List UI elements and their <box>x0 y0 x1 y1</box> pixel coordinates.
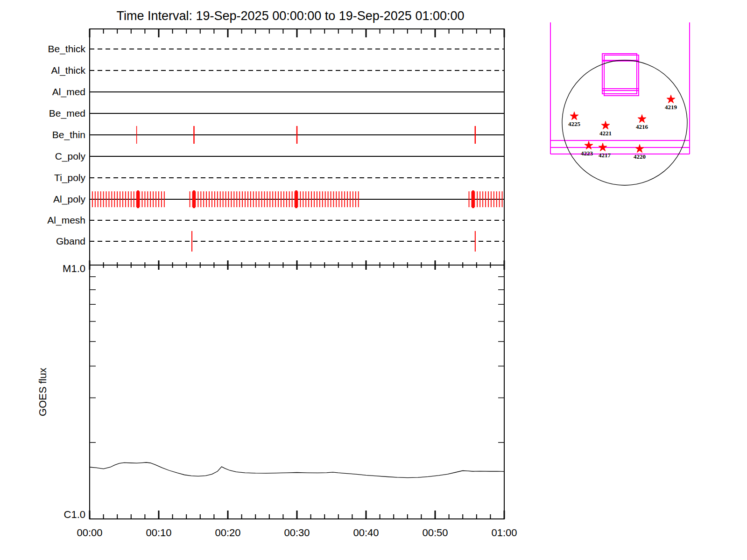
time-label-00-50: 00:50 <box>422 527 448 539</box>
goes-flux-curve <box>90 462 504 478</box>
plot-svg: Time Interval: 19-Sep-2025 00:00:00 to 1… <box>0 0 747 560</box>
ar-label-4220: 4220 <box>634 153 646 160</box>
sun-fov-map: 4225422142164219422342174220 <box>550 22 690 185</box>
goes-panel-border <box>90 265 504 519</box>
timeline-row-lines <box>90 49 504 241</box>
time-label-00-30: 00:30 <box>284 527 310 539</box>
row-label-al_med: Al_med <box>52 86 85 98</box>
ar-star-4223 <box>585 141 593 149</box>
goes-ymax-label: M1.0 <box>63 263 85 274</box>
timeline-panel-border <box>90 29 504 265</box>
time-label-00-20: 00:20 <box>215 527 240 539</box>
ar-label-4221: 4221 <box>599 130 612 137</box>
timeline-row-labels: Be_thickAl_thickAl_medBe_medBe_thinC_pol… <box>47 43 85 246</box>
goes-panel: M1.0 C1.0 GOES flux 00:0000:1000:2000:30… <box>37 263 517 539</box>
timeline-xticks <box>90 29 504 270</box>
row-label-be_thick: Be_thick <box>48 43 85 55</box>
row-label-ti_poly: Ti_poly <box>54 172 85 183</box>
ar-star-4216 <box>638 115 646 123</box>
row-label-al_poly: Al_poly <box>53 194 85 205</box>
time-axis-labels: 00:0000:1000:2000:3000:4000:5001:00 <box>77 527 517 539</box>
time-label-00-10: 00:10 <box>146 527 171 539</box>
ar-label-4216: 4216 <box>636 123 648 130</box>
row-label-gband: Gband <box>56 236 85 246</box>
timeline-panel: Be_thickAl_thickAl_medBe_medBe_thinC_pol… <box>47 29 504 270</box>
time-label-01-00: 01:00 <box>491 527 517 539</box>
fov-boxes <box>550 22 690 154</box>
row-label-be_med: Be_med <box>49 108 85 119</box>
goes-xticks <box>90 511 504 519</box>
ar-label-4219: 4219 <box>665 104 677 111</box>
goes-ylabel: GOES flux <box>37 368 49 416</box>
xrt-goes-plan-plot: Time Interval: 19-Sep-2025 00:00:00 to 1… <box>0 0 747 560</box>
ar-star-4219 <box>667 95 675 103</box>
ar-label-4217: 4217 <box>599 152 611 159</box>
exposure-marks <box>92 126 502 252</box>
ar-star-4221 <box>601 121 610 129</box>
solar-disk <box>562 60 687 185</box>
panel-borders <box>90 29 504 519</box>
time-label-00-40: 00:40 <box>353 527 379 539</box>
ar-label-4223: 4223 <box>581 150 593 157</box>
ar-label-4225: 4225 <box>568 120 581 127</box>
plot-title: Time Interval: 19-Sep-2025 00:00:00 to 1… <box>116 9 464 23</box>
fov-small-box-a <box>602 54 637 94</box>
row-label-al_thick: Al_thick <box>51 65 85 76</box>
active-region-stars: 4225422142164219422342174220 <box>568 95 677 161</box>
goes-ymin-label: C1.0 <box>64 509 85 520</box>
time-label-00-00: 00:00 <box>77 527 102 539</box>
row-label-c_poly: C_poly <box>55 151 86 162</box>
row-label-be_thin: Be_thin <box>52 129 85 140</box>
ar-star-4220 <box>635 145 644 153</box>
row-label-al_mesh: Al_mesh <box>47 215 85 226</box>
ar-star-4217 <box>599 143 607 151</box>
ar-star-4225 <box>570 112 578 120</box>
goes-yticks <box>90 277 504 442</box>
